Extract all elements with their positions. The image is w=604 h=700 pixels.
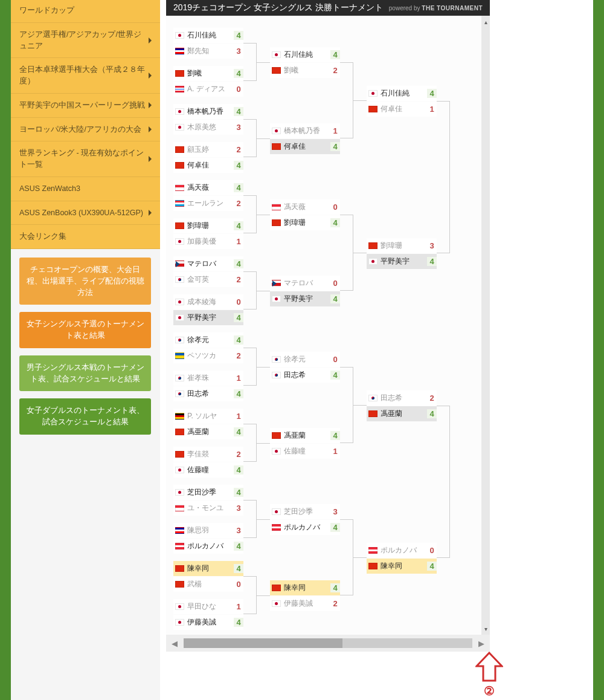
sidebar-item-4[interactable]: ヨーロッパ/米大陸/アフリカの大会 <box>11 118 160 142</box>
player-row[interactable]: 田志希4 <box>173 386 243 401</box>
player-row[interactable]: 何卓佳4 <box>173 158 243 173</box>
player-row[interactable]: マテロバ4 <box>173 256 243 271</box>
sidebar-button-0[interactable]: チェコオープンの概要、大会日程、出場選手、ライブ配信の視聴方法 <box>19 258 151 305</box>
player-name: 劉瑋珊 <box>381 241 427 251</box>
player-row[interactable]: A. ディアス0 <box>173 82 243 97</box>
player-row[interactable]: 芝田沙季3 <box>270 504 340 519</box>
player-row[interactable]: 石川佳純4 <box>270 47 340 62</box>
player-name: 鄭先知 <box>187 46 234 56</box>
player-row[interactable]: 陳幸同4 <box>367 559 437 574</box>
sidebar-item-8[interactable]: 大会リンク集 <box>11 225 160 249</box>
player-row[interactable]: 徐孝元4 <box>173 332 243 348</box>
player-row[interactable]: 李佳燚2 <box>173 447 243 462</box>
player-name: 馮亜蘭 <box>381 409 427 419</box>
sidebar-item-5[interactable]: 世界ランキング - 現在有効なポイント一覧 <box>11 141 160 177</box>
player-row[interactable]: 佐藤瞳1 <box>270 444 340 459</box>
player-row[interactable]: 木原美悠3 <box>173 120 243 135</box>
player-score: 0 <box>330 279 340 288</box>
player-row[interactable]: 橋本帆乃香1 <box>270 123 340 138</box>
player-row[interactable]: 劉曦2 <box>270 63 340 78</box>
match: 劉瑋珊4加藤美優1 <box>173 218 243 250</box>
player-row[interactable]: 鄭先知3 <box>173 44 243 59</box>
player-row[interactable]: 劉瑋珊4 <box>173 218 243 233</box>
scroll-down-icon[interactable]: ▾ <box>481 623 490 635</box>
player-row[interactable]: 劉曦4 <box>173 66 243 81</box>
player-row[interactable]: ポルカノバ0 <box>367 543 437 558</box>
player-score: 0 <box>234 297 243 306</box>
player-row[interactable]: 劉瑋珊3 <box>367 238 437 253</box>
sidebar-button-1[interactable]: 女子シングルス予選のトーナメント表と結果 <box>19 312 151 348</box>
sidebar-item-3[interactable]: 平野美宇の中国スーパーリーグ挑戦 <box>11 94 160 118</box>
player-row[interactable]: 平野美宇4 <box>367 254 437 269</box>
player-row[interactable]: 陳思羽3 <box>173 523 243 538</box>
player-name: 早田ひな <box>187 601 234 612</box>
player-row[interactable]: 佐藤瞳4 <box>173 462 243 478</box>
player-score: 4 <box>234 564 243 573</box>
player-row[interactable]: 加藤美優1 <box>173 234 243 249</box>
player-row[interactable]: 石川佳純4 <box>173 28 243 43</box>
player-row[interactable]: 橋本帆乃香4 <box>173 104 243 119</box>
player-row[interactable]: ペソツカ2 <box>173 348 243 363</box>
player-row[interactable]: 劉瑋珊4 <box>270 215 340 230</box>
player-row[interactable]: 何卓佳4 <box>270 139 340 154</box>
scroll-track[interactable] <box>184 638 472 648</box>
player-row[interactable]: 陳幸同4 <box>173 561 243 576</box>
scroll-right-icon[interactable]: ▶ <box>473 635 490 652</box>
player-row[interactable]: 武楊0 <box>173 577 243 592</box>
player-score: 0 <box>234 580 243 589</box>
player-row[interactable]: 田志希4 <box>270 368 340 383</box>
player-row[interactable]: 金可英2 <box>173 272 243 287</box>
flag-icon <box>175 429 184 435</box>
sidebar-item-6[interactable]: ASUS ZenWatch3 <box>11 177 160 201</box>
player-name: 田志希 <box>381 393 427 403</box>
flag-icon <box>368 563 378 569</box>
flag-icon <box>272 51 281 58</box>
player-row[interactable]: 馮亜蘭4 <box>173 424 243 439</box>
match: 陳思羽3ポルカノバ4 <box>173 523 243 554</box>
player-row[interactable]: ユ・モンユ3 <box>173 501 243 516</box>
sidebar-button-3[interactable]: 女子ダブルスのトーナメント表、試合スケジュールと結果 <box>19 398 151 435</box>
player-row[interactable]: 芝田沙季4 <box>173 485 243 500</box>
sidebar-item-2[interactable]: 全日本卓球選手権大会（平成２８年度） <box>11 58 160 94</box>
player-name: 石川佳純 <box>187 30 234 41</box>
player-row[interactable]: 田志希2 <box>367 391 437 406</box>
player-row[interactable]: 馮天薇4 <box>173 180 243 195</box>
player-name: 平野美宇 <box>187 313 234 323</box>
player-row[interactable]: 伊藤美誠2 <box>270 596 340 611</box>
vertical-scrollbar[interactable]: ▴ ▾ <box>481 16 490 635</box>
player-row[interactable]: 馮亜蘭4 <box>270 428 340 443</box>
player-row[interactable]: 徐孝元0 <box>270 352 340 367</box>
player-name: 平野美宇 <box>381 256 427 267</box>
bracket-body[interactable]: 石川佳純4鄭先知3劉曦4A. ディアス0橋本帆乃香4木原美悠3顧玉婷2何卓佳4馮… <box>166 16 490 635</box>
player-row[interactable]: 崔孝珠1 <box>173 371 243 386</box>
player-row[interactable]: 馮天薇0 <box>270 199 340 215</box>
player-row[interactable]: ポルカノバ4 <box>173 539 243 554</box>
player-row[interactable]: 平野美宇4 <box>173 310 243 325</box>
player-row[interactable]: 石川佳純4 <box>367 86 437 101</box>
player-row[interactable]: ポルカノバ4 <box>270 520 340 535</box>
sidebar-item-0[interactable]: ワールドカップ <box>11 0 160 23</box>
sidebar-item-7[interactable]: ASUS ZenBook3 (UX390UA-512GP) <box>11 201 160 225</box>
player-row[interactable]: 馮亜蘭4 <box>367 406 437 421</box>
player-row[interactable]: P. ソルヤ1 <box>173 409 243 424</box>
horizontal-scrollbar[interactable]: ◀ ▶ <box>166 635 490 652</box>
scroll-left-icon[interactable]: ◀ <box>166 635 183 652</box>
player-row[interactable]: 何卓佳1 <box>367 102 437 117</box>
player-row[interactable]: 早田ひな1 <box>173 599 243 614</box>
sidebar-button-2[interactable]: 男子シングルス本戦のトーナメント表、試合スケジュールと結果 <box>19 355 151 392</box>
flag-icon <box>368 258 378 265</box>
player-row[interactable]: 顧玉婷2 <box>173 142 243 157</box>
player-row[interactable]: 伊藤美誠4 <box>173 615 243 630</box>
annotation-2: ② <box>475 652 503 698</box>
player-row[interactable]: 成本綾海0 <box>173 294 243 309</box>
scroll-thumb[interactable] <box>184 638 342 648</box>
scroll-up-icon[interactable]: ▴ <box>481 16 490 28</box>
bracket-connector <box>243 271 257 309</box>
player-row[interactable]: マテロバ0 <box>270 276 340 291</box>
chevron-right-icon <box>149 73 152 79</box>
player-row[interactable]: 平野美宇4 <box>270 291 340 306</box>
player-row[interactable]: エールラン2 <box>173 196 243 211</box>
player-row[interactable]: 陳幸同4 <box>270 580 340 595</box>
sidebar-item-1[interactable]: アジア選手権/アジアカップ/世界ジュニア <box>11 23 160 59</box>
flag-icon <box>175 261 184 267</box>
